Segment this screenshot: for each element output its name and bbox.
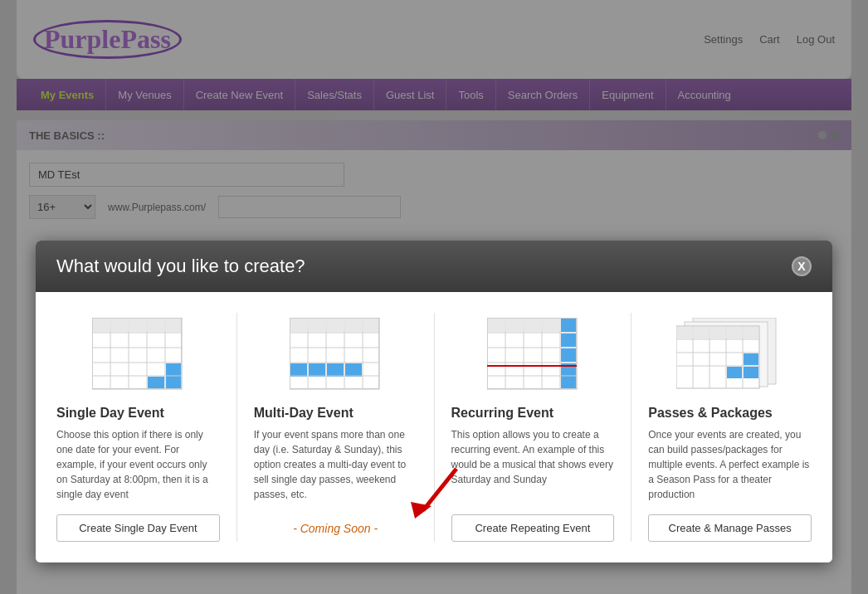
svg-rect-16 (166, 348, 181, 362)
divider-2 (434, 313, 435, 542)
coming-soon-label: - Coming Soon - (254, 515, 417, 542)
svg-rect-53 (309, 363, 325, 377)
svg-rect-59 (327, 377, 344, 388)
svg-rect-127 (727, 367, 742, 378)
svg-rect-13 (111, 348, 128, 362)
create-single-day-button[interactable]: Create Single Day Event (56, 514, 220, 542)
svg-rect-25 (148, 377, 164, 388)
svg-rect-48 (309, 348, 325, 362)
svg-rect-52 (290, 363, 307, 377)
svg-rect-74 (524, 319, 541, 332)
multi-day-desc: If your event spans more than one day (i… (254, 427, 417, 503)
svg-rect-22 (93, 377, 110, 388)
svg-rect-123 (744, 353, 758, 365)
svg-rect-45 (345, 334, 362, 347)
recurring-title: Recurring Event (451, 406, 554, 421)
svg-rect-21 (166, 363, 181, 377)
single-day-desc: Choose this option if there is only one … (56, 427, 220, 502)
svg-rect-83 (506, 348, 523, 362)
svg-rect-4 (129, 319, 146, 332)
create-repeating-button[interactable]: Create Repeating Event (451, 514, 615, 542)
passes-cal-wrapper (648, 313, 812, 396)
recurring-card: Recurring Event This option allows you t… (451, 313, 615, 542)
svg-rect-119 (677, 353, 692, 365)
passes-title: Passes & Packages (648, 406, 772, 421)
svg-rect-8 (111, 334, 128, 347)
svg-rect-115 (694, 340, 709, 352)
multi-day-calendar-icon (290, 318, 381, 391)
svg-rect-49 (327, 348, 344, 362)
svg-rect-111 (710, 327, 725, 338)
modal-dialog: What would you like to create? X (36, 241, 832, 562)
single-day-title: Single Day Event (56, 406, 164, 421)
multi-day-card: Multi-Day Event If your event spans more… (254, 313, 417, 542)
multi-day-cal-wrapper (254, 313, 417, 396)
svg-rect-93 (506, 377, 523, 388)
single-day-card: Single Day Event Choose this option if t… (56, 313, 220, 542)
passes-desc: Once your events are created, you can bu… (648, 427, 812, 502)
svg-rect-18 (111, 363, 128, 377)
svg-rect-75 (543, 319, 559, 332)
svg-rect-94 (524, 377, 541, 388)
modal-close-button[interactable]: X (792, 256, 812, 276)
divider-3 (631, 313, 631, 542)
modal-body: Single Day Event Choose this option if t… (36, 292, 832, 562)
svg-rect-80 (543, 334, 559, 347)
divider-1 (237, 313, 237, 542)
svg-rect-5 (148, 319, 164, 332)
passes-calendar-icon (676, 318, 784, 391)
svg-rect-11 (166, 334, 181, 347)
svg-rect-113 (744, 327, 758, 338)
svg-rect-41 (363, 319, 378, 332)
svg-rect-26 (166, 377, 181, 388)
svg-rect-57 (290, 377, 307, 388)
svg-rect-61 (363, 377, 378, 388)
svg-rect-86 (561, 348, 576, 362)
svg-rect-79 (524, 334, 541, 347)
svg-rect-9 (129, 334, 146, 347)
svg-rect-12 (93, 348, 110, 362)
svg-rect-72 (488, 319, 505, 332)
svg-rect-6 (166, 319, 181, 332)
svg-rect-121 (710, 353, 725, 365)
modal-title: What would you like to create? (56, 256, 305, 277)
svg-rect-120 (694, 353, 709, 365)
svg-rect-122 (727, 353, 742, 365)
svg-rect-43 (309, 334, 325, 347)
svg-rect-95 (543, 377, 559, 388)
svg-rect-58 (309, 377, 325, 388)
svg-rect-47 (290, 348, 307, 362)
svg-rect-116 (710, 340, 725, 352)
svg-rect-117 (727, 340, 742, 352)
svg-rect-38 (309, 319, 325, 332)
svg-rect-77 (488, 334, 505, 347)
svg-rect-84 (524, 348, 541, 362)
svg-rect-112 (727, 327, 742, 338)
create-manage-passes-button[interactable]: Create & Manage Passes (648, 514, 812, 542)
svg-rect-110 (694, 327, 709, 338)
svg-rect-50 (345, 348, 362, 362)
svg-rect-92 (488, 377, 505, 388)
svg-rect-126 (710, 367, 725, 378)
svg-rect-7 (93, 334, 110, 347)
svg-rect-118 (744, 340, 758, 352)
single-day-cal-wrapper (56, 313, 220, 396)
svg-rect-96 (561, 377, 576, 388)
svg-rect-60 (345, 377, 362, 388)
svg-rect-76 (561, 319, 576, 332)
svg-rect-19 (129, 363, 146, 377)
svg-rect-42 (290, 334, 307, 347)
single-day-calendar-icon (92, 318, 183, 391)
svg-rect-85 (543, 348, 559, 362)
svg-rect-24 (129, 377, 146, 388)
multi-day-title: Multi-Day Event (254, 406, 354, 421)
svg-rect-51 (363, 348, 378, 362)
svg-rect-81 (561, 334, 576, 347)
svg-rect-46 (363, 334, 378, 347)
svg-rect-55 (345, 363, 362, 377)
svg-rect-17 (93, 363, 110, 377)
svg-rect-124 (677, 367, 692, 378)
svg-rect-2 (93, 319, 110, 332)
svg-rect-109 (677, 327, 692, 338)
svg-rect-54 (327, 363, 344, 377)
